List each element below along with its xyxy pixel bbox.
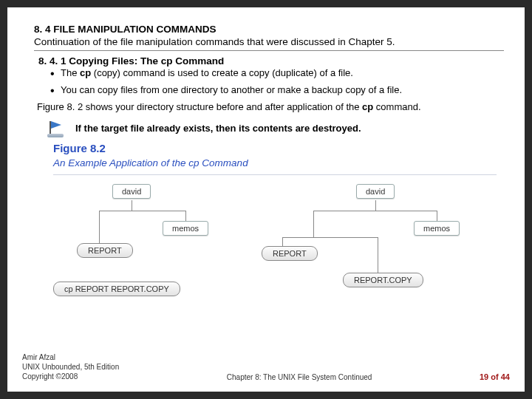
figure-8-2: Figure 8.2 An Example Application of the…: [53, 142, 497, 306]
bullet-list: The cp (copy) command is used to create …: [50, 66, 504, 96]
slide-footer: Amir Afzal UNIX Unbounded, 5th Edition C…: [22, 352, 510, 381]
footer-left: Amir Afzal UNIX Unbounded, 5th Edition C…: [22, 352, 119, 381]
file-report: REPORT: [77, 243, 133, 258]
section-continuation: Continuation of the file manipulation co…: [34, 36, 504, 47]
cp-command: cp REPORT REPORT.COPY: [53, 282, 180, 296]
flag-icon: [47, 120, 69, 137]
file-report: REPORT: [262, 246, 318, 261]
figure-title: An Example Application of the cp Command: [53, 157, 497, 168]
figure-label: Figure 8.2: [53, 142, 497, 154]
subsection-title: 8. 4. 1 Copying Files: The cp Command: [38, 55, 504, 66]
warning-row: If the target file already exists, then …: [47, 120, 504, 137]
page-number: 19 of 44: [480, 372, 510, 381]
warning-text: If the target file already exists, then …: [75, 123, 361, 134]
file-report-copy: REPORT.COPY: [343, 273, 423, 287]
figure-divider: [53, 174, 497, 175]
divider: [34, 50, 504, 51]
node-memos: memos: [414, 221, 460, 236]
list-item: The cp (copy) command is used to create …: [50, 66, 504, 80]
node-david: david: [112, 184, 151, 199]
node-memos: memos: [163, 221, 208, 236]
node-david: david: [356, 184, 395, 199]
list-item: You can copy files from one directory to…: [50, 83, 504, 97]
section-title: 8. 4 FILE MANIPULATION COMMANDS: [34, 24, 504, 35]
paragraph: Figure 8. 2 shows your directory structu…: [37, 100, 504, 114]
footer-chapter: Chapter 8: The UNIX File System Continue…: [119, 373, 480, 381]
